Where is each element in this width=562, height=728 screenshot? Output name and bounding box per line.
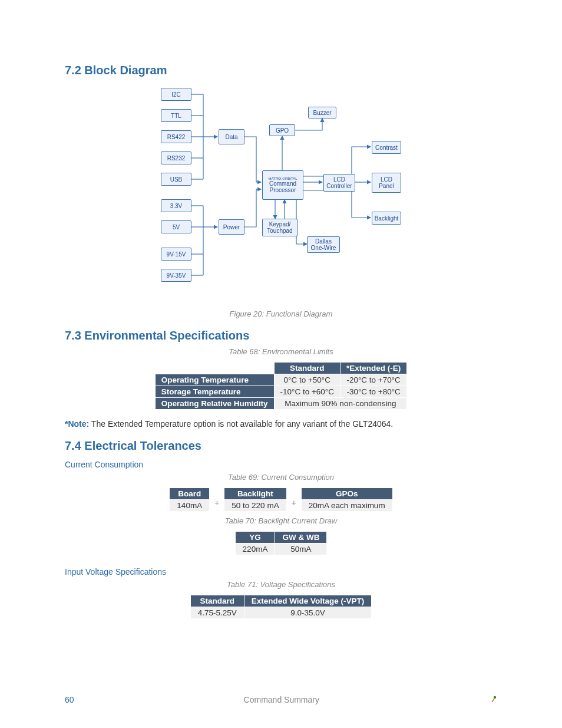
cmd-brand-label: MATRIX ORBITAL [268,177,297,181]
block-power: Power [219,219,244,235]
page: 7.2 Block Diagram [0,0,562,728]
cc-board-value: 140mA [170,500,210,512]
page-footer: 60 Command Summary [65,695,497,704]
block-backlight: Backlight [372,212,401,225]
env-storage-temp-std: -10°C to +60°C [274,386,340,398]
subhead-input-voltage: Input Voltage Specifications [65,567,497,577]
block-data: Data [219,129,244,144]
bl-gwwb-header: GW & WB [275,532,327,543]
cc-backlight-table: Backlight 50 to 220 mA [224,487,286,512]
table-69-caption: Table 69: Current Consumption [65,473,497,482]
block-3v3: 3.3V [161,199,191,212]
figure-20-caption: Figure 20: Functional Diagram [65,309,497,318]
backlight-draw-table: YG GW & WB 220mA 50mA [235,531,328,555]
cc-gpos-value: 20mA each maximum [301,500,392,512]
bl-gwwb-value: 50mA [275,543,327,555]
table-68-caption: Table 68: Environmental Limits [65,347,497,356]
block-9v15v: 9V-15V [161,248,191,261]
current-consumption-row: Board 140mA + Backlight 50 to 220 mA + G… [65,487,497,512]
cc-gpos-header: GPOs [301,488,392,500]
cc-backlight-value: 50 to 220 mA [224,500,286,512]
heading-7-2: 7.2 Block Diagram [65,64,497,77]
extended-temp-note: *Note: The Extended Temperature option i… [65,419,497,429]
heading-7-4: 7.4 Electrical Tolerances [65,439,497,453]
footer-title: Command Summary [74,695,489,704]
block-diagram: I2C TTL RS422 RS232 USB 3.3V 5V 9V-15V 9… [157,82,405,306]
block-lcd-controller: LCD Controller [323,174,355,192]
env-row-humidity-label: Operating Relative Humidity [155,398,274,410]
block-lcd-panel: LCD Panel [372,173,401,193]
env-humidity-value: Maximum 90% non-condensing [274,398,407,410]
note-text: The Extended Temperature option is not a… [89,419,393,429]
env-hdr-extended: *Extended (-E) [340,363,407,374]
volt-extended-value: 9.0-35.0V [244,607,372,619]
block-usb: USB [161,173,191,186]
cc-gpos-table: GPOs 20mA each maximum [301,487,393,512]
note-label: *Note: [65,419,89,429]
plus-2: + [292,492,296,508]
page-number: 60 [65,695,74,704]
block-command-processor: MATRIX ORBITAL Command Processor [262,170,303,200]
heading-7-3: 7.3 Environmental Specifications [65,329,497,342]
cmd-label: Command Processor [264,180,302,193]
cc-board-table: Board 140mA [169,487,210,512]
env-op-temp-std: 0°C to +50°C [274,374,340,386]
plus-1: + [214,492,219,508]
svg-point-18 [494,696,496,699]
block-rs232: RS232 [161,151,191,164]
env-hdr-standard: Standard [274,363,340,374]
table-70-caption: Table 70: Backlight Current Draw [65,516,497,525]
volt-standard-header: Standard [190,595,244,607]
cc-board-header: Board [170,488,210,500]
volt-extended-header: Extended Wide Voltage (-VPT) [244,595,372,607]
env-row-storage-temp-label: Storage Temperature [155,386,274,398]
env-row-op-temp-label: Operating Temperature [155,374,274,386]
block-buzzer: Buzzer [308,107,336,118]
volt-standard-value: 4.75-5.25V [190,607,244,619]
block-keypad: Keypad/ Touchpad [262,219,297,236]
voltage-spec-table: Standard Extended Wide Voltage (-VPT) 4.… [190,595,372,619]
block-dallas: Dallas One-Wire [307,236,340,253]
environmental-table: Standard *Extended (-E) Operating Temper… [155,362,408,410]
block-contrast: Contrast [372,141,401,154]
cc-backlight-header: Backlight [224,488,286,500]
table-71-caption: Table 71: Voltage Specifications [65,580,497,589]
bl-yg-value: 220mA [235,543,275,555]
block-rs422: RS422 [161,130,191,143]
block-ttl: TTL [161,109,191,122]
subhead-current-consumption: Current Consumption [65,460,497,469]
env-op-temp-ext: -20°C to +70°C [340,374,407,386]
footer-logo-icon [489,695,497,704]
block-gpo: GPO [269,124,295,136]
bl-yg-header: YG [235,532,275,543]
block-5v: 5V [161,220,191,233]
block-i2c: I2C [161,88,191,101]
env-storage-temp-ext: -30°C to +80°C [340,386,407,398]
block-9v35v: 9V-35V [161,269,191,282]
